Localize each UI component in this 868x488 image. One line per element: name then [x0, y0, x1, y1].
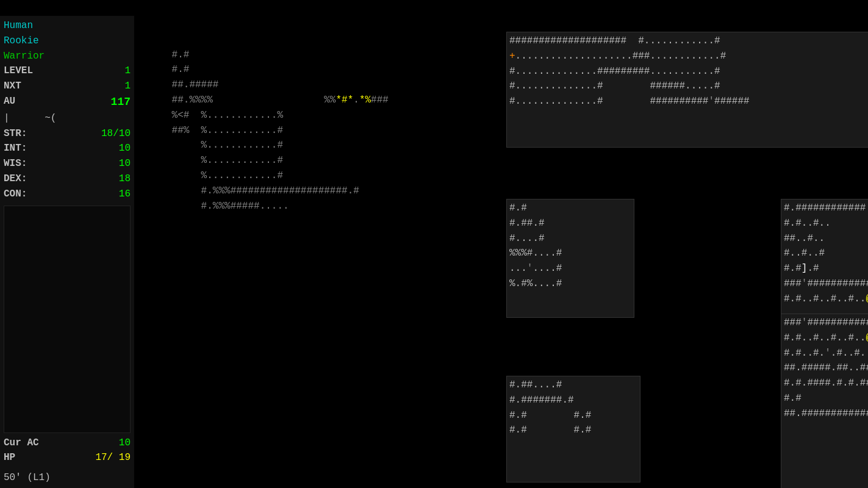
- level-val: 1: [124, 63, 131, 79]
- nxt-row: NXT 1: [4, 79, 131, 94]
- race-display: Human: [4, 18, 131, 34]
- int-row: INT: 10: [4, 141, 131, 156]
- ac-label: Cur AC: [4, 436, 39, 451]
- int-val: 10: [119, 141, 131, 156]
- level-label: LEVEL: [4, 63, 33, 79]
- hp-row: HP 17/ 19: [4, 450, 131, 465]
- room-panel-bottom-right: ###'##############p# #.#..#..#..#..@># #…: [781, 314, 868, 488]
- dex-row: DEX: 18: [4, 171, 131, 187]
- sidebar: Human Rookie Warrior LEVEL 1 NXT 1 AU 11…: [0, 16, 134, 488]
- dex-val: 18: [119, 171, 131, 187]
- main-area: Human Rookie Warrior LEVEL 1 NXT 1 AU 11…: [0, 16, 868, 488]
- con-label: CON:: [4, 187, 27, 202]
- au-val: 117: [111, 94, 131, 111]
- str-val: 18/10: [101, 126, 131, 142]
- room-panel-mid-right: #.############ #.#..#.. ##..#.. #..#..# …: [781, 199, 868, 321]
- room-panel-top-right: #################### #............# +...…: [506, 32, 868, 148]
- con-val: 16: [119, 187, 131, 202]
- au-label: AU: [4, 94, 15, 111]
- ac-row: Cur AC 10: [4, 436, 131, 451]
- level-row: LEVEL 1: [4, 63, 131, 79]
- hp-display: 17/ 19: [95, 450, 131, 465]
- str-label: STR:: [4, 126, 27, 142]
- con-row: CON: 16: [4, 187, 131, 202]
- room-panel-bottom-center: #.##....# #.#######.# #.# #.# #.# #.#: [506, 376, 640, 483]
- root-container: The cutpurse misses you. The cutpurse to…: [0, 0, 868, 488]
- rank-display: Rookie: [4, 34, 131, 49]
- int-label: INT:: [4, 141, 27, 156]
- sidebar-minimap: [4, 206, 131, 433]
- wis-row: WIS: 10: [4, 156, 131, 171]
- hp-label: HP: [4, 450, 15, 465]
- ac-val: 10: [119, 436, 131, 451]
- au-row: AU 117: [4, 94, 131, 111]
- wis-val: 10: [119, 156, 131, 171]
- str-row: STR: 18/10: [4, 126, 131, 142]
- char-line: | ~(: [4, 111, 131, 126]
- room-panel-mid-left: #.# #.##.# #....# %%%#....# ...'....# %.…: [506, 199, 634, 318]
- class-display: Warrior: [4, 49, 131, 64]
- depth-status: 50' (L1): [4, 470, 131, 486]
- nxt-val: 1: [124, 79, 131, 94]
- dex-label: DEX:: [4, 171, 27, 187]
- message-bar: The cutpurse misses you. The cutpurse to…: [0, 0, 868, 16]
- game-map[interactable]: #.# #.# ##.##### ##.%%%% %%*#*.*%### %<#…: [134, 16, 868, 488]
- wis-label: WIS:: [4, 156, 27, 171]
- nxt-label: NXT: [4, 79, 21, 94]
